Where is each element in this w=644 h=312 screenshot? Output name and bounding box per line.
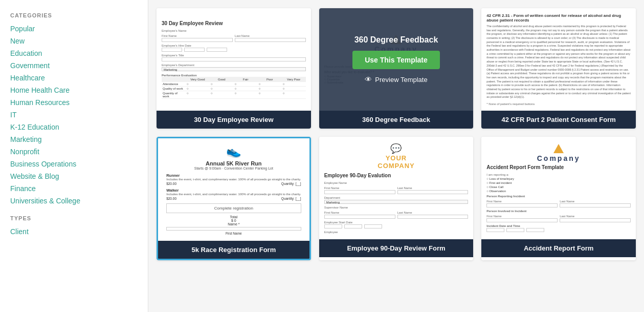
use-template-button[interactable]: Use This Template [352, 51, 440, 69]
sidebar-item-k12[interactable]: K-12 Education [10, 121, 138, 133]
card-preview-30-day: 30 Day Employee Review Employee's Name F… [157, 8, 311, 111]
card-30-day-review[interactable]: 30 Day Employee Review Employee's Name F… [157, 8, 311, 129]
card-42cfr[interactable]: 42 CFR 2.31 - Form of written consent fo… [481, 8, 636, 129]
card-preview-360: Company 360 Degree Feedback Please provi… [319, 8, 474, 111]
overlay-title: 360 Degree Feedback [354, 35, 438, 45]
card-footer-360: 360 Degree Feedback [319, 111, 474, 129]
sidebar-item-website-blog[interactable]: Website & Blog [10, 170, 138, 182]
sidebar-item-government[interactable]: Government [10, 59, 138, 72]
sidebar: CATEGORIES Popular New Education Governm… [0, 0, 148, 312]
card-footer-5k: 5k Race Registration Form [158, 241, 309, 259]
sidebar-item-it[interactable]: IT [10, 109, 138, 121]
card-footer-42cfr: 42 CFR Part 2 Patient Consent Form [481, 111, 636, 129]
card-preview-accident: Company Accident Report Form Template I … [481, 137, 636, 239]
sidebar-item-business-operations[interactable]: Business Operations [10, 158, 138, 170]
sidebar-item-marketing[interactable]: Marketing [10, 133, 138, 145]
sidebar-item-human-resources[interactable]: Human Resources [10, 96, 138, 109]
preview-label: Preview Template [375, 76, 427, 84]
sidebar-item-home-health-care[interactable]: Home Health Care [10, 84, 138, 96]
eye-icon: 👁 [365, 75, 372, 84]
card-overlay-360: 360 Degree Feedback Use This Template 👁 … [319, 8, 474, 111]
card-5k-race[interactable]: 👟 Annual 5K River Run Starts @ 9:00am · … [157, 137, 311, 260]
card-preview-5k: 👟 Annual 5K River Run Starts @ 9:00am · … [158, 138, 309, 241]
card-preview-90day: 💬 YOUR COMPANY Employee 90-Day Evalution… [319, 137, 474, 239]
sidebar-item-finance[interactable]: Finance [10, 182, 138, 195]
card-accident-report[interactable]: Company Accident Report Form Template I … [481, 137, 636, 260]
card-employee-90day[interactable]: 💬 YOUR COMPANY Employee 90-Day Evalution… [319, 137, 474, 260]
sidebar-item-nonprofit[interactable]: Nonprofit [10, 145, 138, 158]
sidebar-item-universities-college[interactable]: Universities & College [10, 195, 138, 207]
sidebar-item-healthcare[interactable]: Healthcare [10, 72, 138, 84]
card-360-feedback[interactable]: Company 360 Degree Feedback Please provi… [319, 8, 474, 129]
sidebar-item-new[interactable]: New [10, 35, 138, 47]
types-label: TYPES [10, 215, 138, 221]
preview-template-link[interactable]: 👁 Preview Template [365, 75, 427, 84]
template-grid: 30 Day Employee Review Employee's Name F… [157, 8, 636, 260]
sidebar-item-popular[interactable]: Popular [10, 23, 138, 35]
sidebar-item-education[interactable]: Education [10, 47, 138, 59]
sidebar-item-client[interactable]: Client [10, 225, 138, 238]
card-footer-30-day: 30 Day Employee Review [157, 111, 311, 129]
main-content: 30 Day Employee Review Employee's Name F… [148, 0, 644, 312]
categories-label: CATEGORIES [10, 12, 138, 18]
preview-title: 30 Day Employee Review [162, 20, 306, 26]
card-footer-90day: Employee 90-Day Review Form [319, 239, 474, 257]
card-preview-42cfr: 42 CFR 2.31 - Form of written consent fo… [481, 8, 636, 111]
card-footer-accident: Accident Report Form [481, 239, 636, 257]
